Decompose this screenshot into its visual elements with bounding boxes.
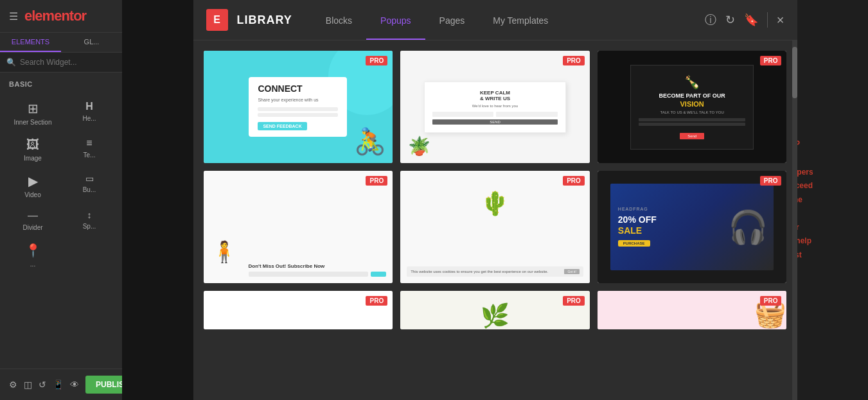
history-icon[interactable]: ↺ [39, 379, 46, 390]
layers-icon[interactable]: ◫ [24, 379, 32, 390]
divider-icon: — [28, 210, 38, 222]
scrollbar-thumb[interactable] [792, 47, 797, 98]
eye-icon[interactable]: 👁 [70, 379, 79, 390]
image-label: Image [24, 155, 42, 162]
kc-submit-btn: SEND [432, 119, 558, 125]
bookmark-icon[interactable]: 🔖 [744, 13, 758, 27]
template-card-connect[interactable]: PRO CONNECT Share your experience with u… [204, 51, 393, 163]
tab-global[interactable]: GL... [61, 33, 122, 52]
templates-grid: PRO CONNECT Share your experience with u… [204, 51, 787, 329]
vision-input-2 [639, 123, 745, 126]
kc-input-2 [496, 112, 558, 117]
pro-badge-1: PRO [366, 56, 387, 65]
template-preview-headfrag: HEADFRAG 20% OFF SALE PURCHASE 🎧 [598, 171, 787, 283]
pro-badge-5: PRO [563, 176, 585, 186]
pro-badge-3: PRO [760, 56, 782, 65]
template-card-vision[interactable]: PRO 🍾 BECOME PART OF OUR VISION TALK TO … [598, 51, 787, 163]
tab-pages[interactable]: Pages [425, 3, 479, 40]
headfrag-sale: SALE [618, 225, 715, 236]
mobile-icon[interactable]: 📱 [53, 379, 64, 390]
vision-title: BECOME PART OF OUR [639, 92, 745, 99]
connect-input-2 [258, 113, 338, 117]
template-preview-pink: 🧺 [598, 291, 787, 329]
settings-icon[interactable]: ⚙ [9, 379, 17, 390]
modal-close-button[interactable]: × [777, 13, 784, 26]
main-canvas-area: ium VIPuper Sleepersrs Succeedy On then … [122, 0, 868, 400]
connect-input-1 [258, 107, 338, 111]
sidebar-bottom: ⚙ ◫ ↺ 📱 👁 PUBLISH ▼ [0, 369, 122, 400]
tab-my-templates[interactable]: My Templates [479, 3, 562, 40]
vision-yellow-text: VISION [639, 100, 745, 108]
widget-image[interactable]: 🖼 Image [5, 131, 60, 166]
templates-grid-container[interactable]: PRO CONNECT Share your experience with u… [193, 40, 797, 400]
cookie-text: This website uses cookies to ensure you … [411, 270, 548, 274]
widget-text[interactable]: ≡ Te... [62, 131, 117, 166]
template-card-pink[interactable]: PRO 🧺 [598, 291, 787, 329]
modal-title: LIBRARY [237, 13, 292, 27]
template-card-cookie[interactable]: PRO 🌵 This website uses cookies to ensur… [400, 171, 590, 283]
basic-section-label: BASIC [0, 73, 122, 92]
big-plant-icon: 🌿 [481, 302, 509, 329]
headfrag-left: HEADFRAG 20% OFF SALE PURCHASE [610, 200, 723, 254]
headfrag-brand: HEADFRAG [618, 207, 715, 211]
widget-divider[interactable]: — Divider [5, 204, 60, 235]
kc-input-1 [432, 112, 494, 117]
template-preview-subscribe: 🧍 Don't Miss Out! Subscribe Now [204, 171, 393, 283]
widget-button[interactable]: ▭ Bu... [62, 167, 117, 202]
template-preview-keepcalm: 🪴 KEEP CALM& WRITE US We'd love to hear … [400, 51, 590, 163]
template-card-keepcalm[interactable]: PRO 🪴 KEEP CALM& WRITE US We'd love to h… [400, 51, 590, 163]
pro-badge-7: PRO [366, 296, 387, 306]
info-icon[interactable]: ⓘ [705, 12, 716, 28]
headfrag-percent: 20% OFF [618, 214, 657, 225]
map-icon: 📍 [25, 243, 41, 258]
template-card-white2[interactable]: PRO 🌿 [400, 291, 590, 329]
sidebar-top: ☰ elementor [0, 0, 122, 33]
widget-video[interactable]: ▶ Video [5, 167, 60, 202]
video-label: Video [24, 191, 40, 198]
subscribe-title: Don't Miss Out! Subscribe Now [249, 263, 387, 269]
template-card-headfrag[interactable]: PRO HEADFRAG 20% OFF SALE PURCHASE [598, 171, 787, 283]
inner-section-icon: ⊞ [28, 101, 39, 116]
search-icon: 🔍 [6, 58, 16, 67]
headfrag-purchase-btn: PURCHASE [618, 240, 650, 247]
template-preview-connect: CONNECT Share your experience with us SE… [204, 51, 393, 163]
modal-tabs: Blocks Popups Pages My Templates [312, 0, 698, 40]
vision-form: 🍾 BECOME PART OF OUR VISION TALK TO US &… [630, 65, 754, 150]
divider-label: Divider [22, 224, 42, 231]
vision-send-btn: Send [680, 133, 704, 139]
refresh-icon[interactable]: ↻ [725, 13, 735, 27]
button-widget-icon: ▭ [85, 173, 94, 184]
widget-inner-section[interactable]: ⊞ Inner Section [5, 94, 60, 130]
sub-btn [371, 272, 386, 277]
modal-body: PRO CONNECT Share your experience with u… [193, 40, 797, 400]
template-card-white[interactable]: PRO [204, 291, 393, 329]
tab-popups[interactable]: Popups [366, 3, 425, 40]
template-preview-white [204, 291, 393, 329]
scrollbar-track[interactable] [792, 40, 797, 400]
cookie-bar: This website uses cookies to ensure you … [407, 266, 583, 277]
widget-spacer[interactable]: ↕ Sp... [62, 204, 117, 235]
headphones-icon: 🎧 [728, 209, 768, 246]
keepcalm-input-row [432, 112, 558, 117]
vision-sub: TALK TO US & WE'LL TALK TO YOU [639, 110, 745, 114]
hamburger-icon[interactable]: ☰ [9, 10, 18, 22]
video-icon: ▶ [28, 173, 38, 189]
search-widget-input[interactable] [20, 58, 116, 67]
vision-inputs [639, 118, 745, 126]
modal-header: E LIBRARY Blocks Popups Pages My Templat… [193, 0, 797, 40]
connect-subtitle: Share your experience with us [258, 98, 338, 102]
modal-header-actions: ⓘ ↻ 🔖 × [705, 12, 784, 28]
vision-input-1 [639, 118, 745, 121]
tab-elements[interactable]: ELEMENTS [0, 33, 61, 52]
heading-label: He... [82, 115, 96, 122]
tab-blocks[interactable]: Blocks [312, 3, 366, 40]
spacer-icon: ↕ [87, 210, 92, 220]
widgets-grid: ⊞ Inner Section H He... 🖼 Image ≡ Te... … [0, 92, 122, 274]
widget-heading[interactable]: H He... [62, 94, 117, 130]
pro-badge-8: PRO [563, 296, 585, 306]
template-card-subscribe[interactable]: PRO 🧍 Don't Miss Out! Subscribe Now [204, 171, 393, 283]
widget-map[interactable]: 📍 ... [5, 236, 60, 272]
library-modal: E LIBRARY Blocks Popups Pages My Templat… [193, 0, 797, 400]
image-icon: 🖼 [26, 137, 39, 152]
widget-search-box: 🔍 [0, 53, 122, 73]
